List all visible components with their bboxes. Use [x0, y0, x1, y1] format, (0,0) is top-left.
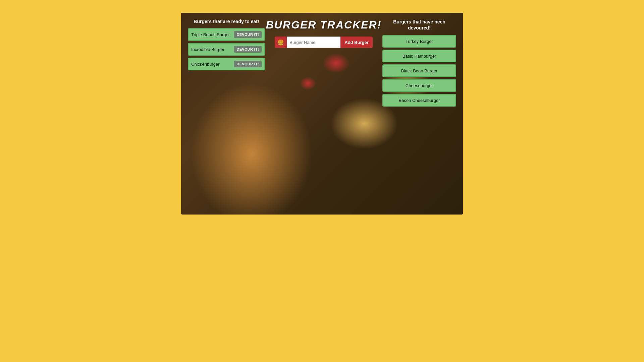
- devour-button[interactable]: DEVOUR IT!: [234, 61, 262, 67]
- add-burger-form: 🍔 Add Burger: [275, 37, 373, 48]
- app-container: Burgers that are ready to eat! Triple Bo…: [181, 13, 463, 215]
- burger-icon: 🍔: [277, 39, 284, 46]
- devoured-burger-name: Turkey Burger: [406, 39, 433, 44]
- devour-button[interactable]: DEVOUR IT!: [234, 31, 262, 38]
- ready-burger-item: Triple Bonus Burger DEVOUR IT!: [188, 28, 265, 41]
- center-area: BURGER TRACKER! 🍔 Add Burger: [265, 19, 382, 48]
- main-content: Burgers that are ready to eat! Triple Bo…: [181, 13, 463, 215]
- ready-burger-name: Incredible Burger: [191, 47, 224, 52]
- add-burger-button[interactable]: Add Burger: [340, 37, 373, 48]
- ready-burger-name: Triple Bonus Burger: [191, 32, 230, 37]
- ready-burger-item: Chickenburger DEVOUR IT!: [188, 58, 265, 70]
- devoured-burger-item: Turkey Burger: [382, 35, 456, 48]
- devoured-burger-item: Basic Hamburger: [382, 50, 456, 62]
- devoured-burger-name: Cheeseburger: [406, 83, 433, 88]
- ready-title: Burgers that are ready to eat!: [188, 19, 265, 24]
- devoured-burger-name: Bacon Cheeseburger: [399, 98, 440, 103]
- devoured-title: Burgers that have been devoured!: [382, 19, 456, 31]
- ready-burger-item: Incredible Burger DEVOUR IT!: [188, 43, 265, 56]
- devoured-burger-item: Cheeseburger: [382, 79, 456, 92]
- devoured-section: Burgers that have been devoured! Turkey …: [382, 19, 456, 107]
- devoured-burger-name: Black Bean Burger: [401, 68, 437, 73]
- devoured-burger-item: Black Bean Burger: [382, 64, 456, 77]
- ready-burger-list: Triple Bonus Burger DEVOUR IT! Incredibl…: [188, 28, 265, 70]
- app-title: BURGER TRACKER!: [266, 19, 382, 31]
- devour-button[interactable]: DEVOUR IT!: [234, 46, 262, 53]
- ready-section: Burgers that are ready to eat! Triple Bo…: [188, 19, 265, 70]
- ready-burger-name: Chickenburger: [191, 62, 220, 67]
- devoured-burger-list: Turkey Burger Basic Hamburger Black Bean…: [382, 35, 456, 107]
- burger-icon-button[interactable]: 🍔: [275, 37, 287, 48]
- devoured-burger-item: Bacon Cheeseburger: [382, 94, 456, 107]
- devoured-burger-name: Basic Hamburger: [402, 54, 436, 59]
- burger-name-input[interactable]: [287, 37, 340, 48]
- header-section: Burgers that are ready to eat! Triple Bo…: [181, 13, 463, 110]
